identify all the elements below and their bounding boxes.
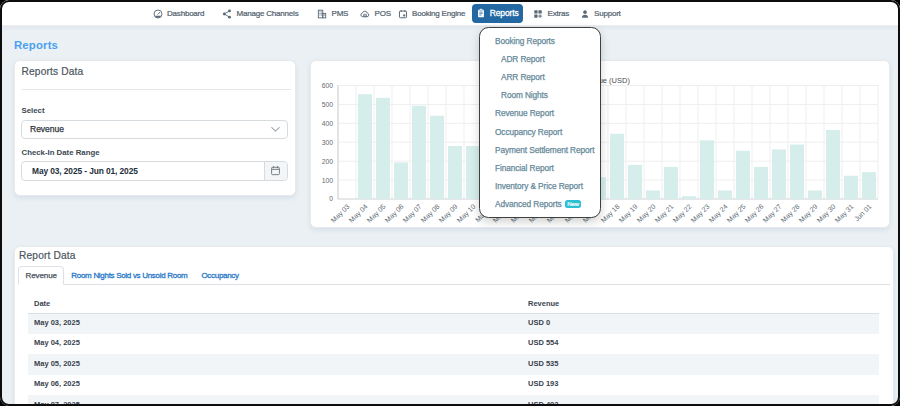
svg-text:Jun 01: Jun 01 [853,202,873,222]
svg-text:May 04: May 04 [348,202,370,224]
svg-text:May 05: May 05 [366,202,388,224]
svg-text:100: 100 [322,176,334,183]
svg-text:May 23: May 23 [690,202,712,224]
svg-text:May 18: May 18 [600,202,622,224]
svg-text:May 20: May 20 [636,202,658,224]
svg-text:0: 0 [329,195,333,202]
svg-text:May 31: May 31 [834,202,856,224]
svg-text:May 27: May 27 [762,202,784,224]
svg-text:May 26: May 26 [744,202,766,224]
svg-text:May 03: May 03 [330,202,352,224]
svg-text:May 19: May 19 [618,202,640,224]
svg-text:May 29: May 29 [798,202,820,224]
svg-text:May 28: May 28 [780,202,802,224]
svg-text:500: 500 [322,100,334,107]
svg-text:400: 400 [322,119,334,126]
svg-text:May 10: May 10 [456,202,478,224]
svg-text:May 07: May 07 [402,202,424,224]
svg-text:May 25: May 25 [726,202,748,224]
svg-text:May 24: May 24 [708,202,730,224]
svg-text:May 30: May 30 [816,202,838,224]
svg-text:May 08: May 08 [420,202,442,224]
svg-text:600: 600 [322,81,334,88]
svg-text:May 09: May 09 [438,202,460,224]
svg-text:May 22: May 22 [672,202,694,224]
svg-text:May 21: May 21 [654,202,676,224]
svg-text:200: 200 [322,157,334,164]
svg-text:May 06: May 06 [384,202,406,224]
svg-text:300: 300 [322,138,334,145]
